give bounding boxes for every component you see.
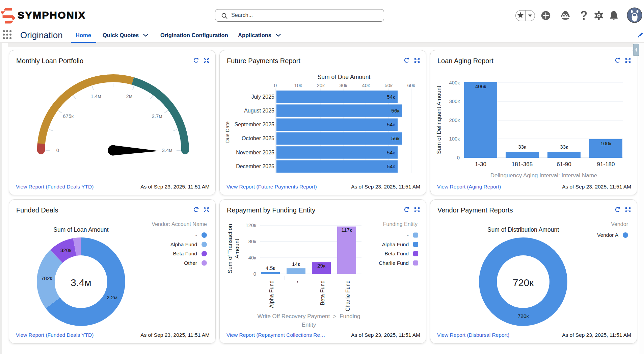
svg-text:720к: 720к <box>513 277 534 288</box>
svg-text:Other: Other <box>184 260 197 266</box>
svg-text:Vendor: Vendor <box>611 221 628 227</box>
svg-text:50к: 50к <box>384 82 393 88</box>
svg-text:0: 0 <box>253 271 256 277</box>
svg-text:60к: 60к <box>407 82 415 88</box>
svg-text:320к: 320к <box>60 247 72 253</box>
svg-text:Write Off Recovery Payment >: Write Off Recovery Payment > Funding <box>257 313 360 320</box>
svg-text:Charlie Fund: Charlie Fund <box>345 280 351 311</box>
svg-text:Entity: Entity <box>302 322 316 328</box>
svg-text:300к: 300к <box>449 98 460 104</box>
svg-text:54к: 54к <box>387 163 395 169</box>
svg-text:91-180: 91-180 <box>597 161 615 168</box>
svg-text:100к: 100к <box>449 136 460 142</box>
svg-text:117к: 117к <box>341 227 352 233</box>
svg-text:4.5к: 4.5к <box>266 265 275 271</box>
svg-text:3.4м: 3.4м <box>71 277 91 288</box>
svg-text:2.2м: 2.2м <box>107 295 117 300</box>
svg-text:40к: 40к <box>362 82 370 88</box>
svg-text:December 2025: December 2025 <box>236 163 274 169</box>
svg-text:Alpha Fund: Alpha Fund <box>382 242 409 247</box>
svg-text:Due Date: Due Date <box>224 121 230 143</box>
svg-text:Alpha Fund: Alpha Fund <box>269 280 274 308</box>
svg-text:Vendor: Account Name: Vendor: Account Name <box>152 221 207 227</box>
svg-text:200к: 200к <box>449 117 460 123</box>
svg-text:56к: 56к <box>391 108 399 113</box>
svg-text:Delinquency Aging Interval: In: Delinquency Aging Interval: Interval Nam… <box>490 172 597 179</box>
svg-text:61-90: 61-90 <box>557 161 571 168</box>
svg-text:54к: 54к <box>387 122 395 127</box>
svg-text:2.7м: 2.7м <box>152 113 162 119</box>
svg-text:Beta Fund: Beta Fund <box>173 251 197 256</box>
svg-text:56к: 56к <box>391 135 399 141</box>
svg-text:November 2025: November 2025 <box>236 150 274 155</box>
svg-text:3.4м: 3.4м <box>162 147 172 153</box>
svg-text:-: - <box>195 232 197 238</box>
svg-text:Beta Fund: Beta Fund <box>384 251 409 256</box>
svg-text:720к: 720к <box>518 313 529 319</box>
svg-text:40к: 40к <box>248 255 257 260</box>
svg-text:Beta Fund: Beta Fund <box>320 280 325 305</box>
svg-text:10к: 10к <box>294 82 302 88</box>
svg-text:Sum of Delinquent Amount: Sum of Delinquent Amount <box>436 86 442 154</box>
svg-text:14к: 14к <box>292 261 300 267</box>
svg-text:Vendor A: Vendor A <box>597 232 619 238</box>
svg-text:33к: 33к <box>518 144 526 150</box>
svg-text:September 2025: September 2025 <box>235 122 274 127</box>
svg-text:-: - <box>294 281 300 283</box>
svg-text:181-365: 181-365 <box>512 161 533 168</box>
svg-text:54к: 54к <box>387 94 395 100</box>
svg-text:33к: 33к <box>560 144 568 150</box>
svg-text:782к: 782к <box>41 275 52 281</box>
svg-text:October 2025: October 2025 <box>242 135 274 141</box>
svg-text:-: - <box>407 232 409 238</box>
svg-text:1-30: 1-30 <box>475 161 486 168</box>
svg-text:80к: 80к <box>248 238 257 244</box>
svg-text:29к: 29к <box>317 263 325 269</box>
svg-text:Sum of TransactionAmount: Sum of TransactionAmount <box>227 224 240 273</box>
svg-text:Funding Entity: Funding Entity <box>383 221 418 227</box>
svg-text:406к: 406к <box>475 83 486 89</box>
svg-text:2м: 2м <box>126 93 133 99</box>
svg-text:20к: 20к <box>317 82 325 88</box>
svg-text:Sum of Distribution Amount: Sum of Distribution Amount <box>487 226 559 233</box>
svg-text:675к: 675к <box>63 113 74 119</box>
svg-text:0: 0 <box>274 82 277 88</box>
svg-text:100к: 100к <box>600 141 612 146</box>
svg-text:Sum of Due Amount: Sum of Due Amount <box>318 74 371 80</box>
svg-text:Sum of Loan Amount: Sum of Loan Amount <box>53 226 109 233</box>
svg-text:30к: 30к <box>339 82 347 88</box>
svg-text:August 2025: August 2025 <box>244 108 274 113</box>
svg-text:120к: 120к <box>245 222 256 228</box>
svg-text:400к: 400к <box>449 80 460 85</box>
svg-text:July 2025: July 2025 <box>251 94 275 100</box>
svg-text:1.4м: 1.4м <box>90 93 101 99</box>
svg-text:Charlie Fund: Charlie Fund <box>379 260 409 266</box>
svg-text:54к: 54к <box>387 150 395 155</box>
svg-text:0: 0 <box>56 147 59 153</box>
svg-text:Alpha Fund: Alpha Fund <box>170 242 197 247</box>
svg-text:0: 0 <box>457 155 460 160</box>
